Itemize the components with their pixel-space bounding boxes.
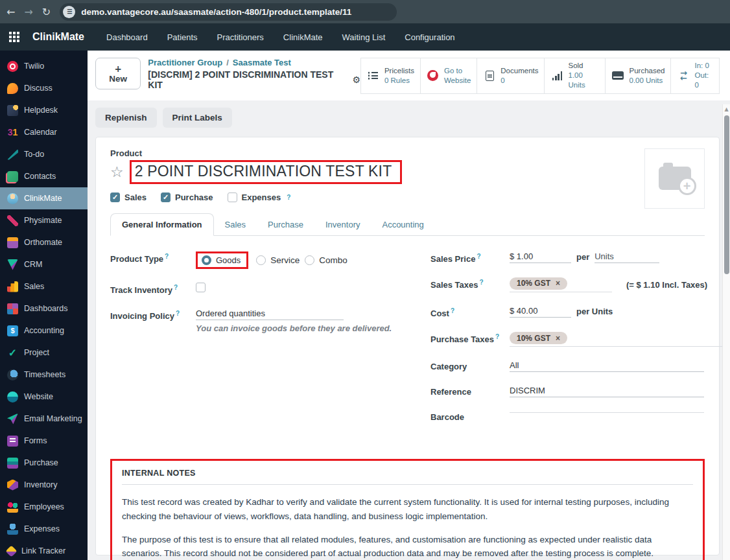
stat-button-pricelists[interactable]: Pricelists0 Rules (361, 58, 420, 93)
apps-grid-icon[interactable] (9, 32, 19, 42)
nav-item-clinikmate[interactable]: ClinikMate (277, 29, 329, 46)
sidebar-item-expenses[interactable]: Expenses (0, 518, 88, 540)
tab-accounting[interactable]: Accounting (371, 214, 434, 235)
invoicing-policy-select[interactable]: Ordered quantities (196, 309, 344, 320)
tab-inventory[interactable]: Inventory (314, 214, 371, 235)
breadcrumb-current[interactable]: Saasmate Test (233, 58, 291, 67)
product-image-placeholder[interactable]: + (644, 148, 705, 209)
cost-label: Cost? (430, 306, 510, 318)
nav-item-waiting-list[interactable]: Waiting List (336, 29, 392, 46)
tab-sales[interactable]: Sales (214, 214, 257, 235)
todo-icon (7, 149, 18, 160)
sidebar-item-orthomate[interactable]: Orthomate (0, 231, 88, 253)
combo-radio-option[interactable]: Combo (305, 255, 347, 265)
back-icon[interactable]: ← (6, 6, 15, 18)
stat-button-purchased[interactable]: Purchased0.00 Units (605, 58, 670, 93)
pricelist-icon (368, 71, 378, 80)
purchase-checkbox[interactable]: Purchase (161, 192, 213, 202)
sidebar-item-project[interactable]: Project (0, 342, 88, 364)
sidebar-item-calendar[interactable]: Calendar (0, 121, 88, 143)
per-units-label: per Units (576, 307, 613, 316)
forward-icon[interactable]: → (24, 6, 32, 18)
sidebar-item-employees[interactable]: Employees (0, 496, 88, 518)
sidebar-item-crm[interactable]: CRM (0, 253, 88, 275)
nav-item-patients[interactable]: Patients (161, 29, 204, 46)
print-labels-button[interactable]: Print Labels (163, 108, 232, 128)
vertical-scrollbar[interactable]: ▲ (722, 104, 730, 560)
reload-icon[interactable]: ↻ (42, 6, 51, 18)
sales-checkbox[interactable]: Sales (110, 192, 147, 202)
replenish-button[interactable]: Replenish (95, 108, 157, 128)
barcode-input[interactable] (510, 411, 704, 413)
sidebar-item-dashboards[interactable]: Dashboards (0, 298, 88, 320)
notes-divider (122, 484, 693, 485)
brand-title[interactable]: ClinikMate (32, 31, 84, 43)
sidebar-item-sales[interactable]: Sales (0, 275, 88, 298)
sidebar-item-label: Link Tracker (21, 546, 65, 555)
sidebar-item-physimate[interactable]: Physimate (0, 209, 88, 231)
tab-general-information[interactable]: General Information (110, 213, 214, 236)
help-icon: ? (477, 253, 480, 260)
remove-tag-icon[interactable]: × (556, 279, 560, 288)
sidebar-item-forms[interactable]: Forms (0, 430, 88, 452)
sidebar-item-link-tracker[interactable]: Link Tracker (0, 540, 88, 560)
sales-uom-select[interactable]: Units (595, 251, 659, 263)
combo-radio[interactable] (305, 255, 314, 265)
control-panel: + New Practitioner Group / Saasmate Test… (88, 51, 730, 100)
sidebar-item-email-marketing[interactable]: Email Marketing (0, 408, 88, 430)
sidebar-item-twilio[interactable]: Twilio (0, 55, 88, 77)
nav-item-dashboard[interactable]: Dashboard (100, 29, 154, 46)
goods-radio-label: Goods (216, 255, 241, 265)
service-radio[interactable] (256, 255, 266, 265)
dashboards-icon (7, 303, 18, 314)
cost-input[interactable]: $ 40.00 (510, 306, 571, 318)
internal-notes-paragraph[interactable]: This test record was created by Kadhar t… (122, 495, 693, 523)
new-button[interactable]: + New (95, 58, 141, 89)
nav-item-configuration[interactable]: Configuration (398, 29, 461, 46)
url-text[interactable]: demo.vantagecore.au/saasmate/action-480/… (81, 7, 351, 17)
service-radio-option[interactable]: Service (256, 255, 300, 265)
track-inventory-checkbox[interactable] (196, 283, 206, 292)
tab-purchase[interactable]: Purchase (257, 214, 314, 235)
sidebar-item-helpdesk[interactable]: Helpdesk (0, 99, 88, 121)
stat-button-in-out[interactable]: →← In: 0Out: 0 (670, 58, 719, 93)
purchase-tax-tag[interactable]: 10% GST× (510, 332, 567, 344)
sidebar-item-todo[interactable]: To-do (0, 143, 88, 165)
favorite-star-icon[interactable]: ☆ (110, 165, 124, 180)
purchase-checkbox-box[interactable] (161, 192, 171, 202)
sidebar-item-clinikmate[interactable]: ClinikMate (0, 187, 88, 209)
help-icon: ? (479, 279, 483, 286)
remove-tag-icon[interactable]: × (556, 334, 560, 343)
sidebar-item-purchase[interactable]: Purchase (0, 452, 88, 474)
sales-tax-tag[interactable]: 10% GST× (510, 277, 567, 290)
expenses-checkbox-box[interactable] (228, 192, 237, 202)
product-form-card: + Product ☆ 2 POINT DISCRIMINATION TEST … (95, 137, 720, 555)
sales-checkbox-box[interactable] (110, 192, 120, 202)
breadcrumb-parent[interactable]: Practitioner Group (148, 58, 222, 67)
discuss-icon (7, 83, 18, 94)
expenses-checkbox[interactable]: Expenses? (228, 192, 291, 202)
scrollbar-up-arrow[interactable]: ▲ (723, 104, 730, 112)
address-bar[interactable]: ☰ demo.vantagecore.au/saasmate/action-48… (60, 3, 397, 21)
sidebar-item-accounting[interactable]: Accounting (0, 320, 88, 342)
sidebar-item-inventory[interactable]: Inventory (0, 474, 88, 496)
record-title: [DISCRIM] 2 POINT DISCRIMINATION TEST KI… (148, 69, 347, 90)
nav-item-practitioners[interactable]: Practitioners (211, 29, 270, 46)
scrollbar-thumb[interactable] (724, 115, 729, 274)
sales-price-input[interactable]: $ 1.00 (510, 251, 571, 263)
site-info-icon[interactable]: ☰ (63, 6, 75, 18)
project-icon (7, 347, 18, 358)
sidebar-item-timesheets[interactable]: Timesheets (0, 364, 88, 386)
stat-button-documents[interactable]: Documents0 (477, 58, 544, 93)
goods-radio[interactable] (202, 255, 211, 265)
sidebar-item-contacts[interactable]: Contacts (0, 165, 88, 187)
stat-button-go-to-website[interactable]: Go toWebsite (420, 58, 477, 93)
sidebar-item-discuss[interactable]: Discuss (0, 77, 88, 99)
sidebar-item-website[interactable]: Website (0, 386, 88, 408)
gear-icon[interactable]: ⚙ (352, 75, 360, 85)
internal-notes-paragraph[interactable]: The purpose of this test is to ensure th… (122, 533, 693, 560)
stat-button-sold[interactable]: Sold1.00 Units (544, 58, 605, 93)
category-input[interactable]: All (510, 360, 704, 372)
reference-input[interactable]: DISCRIM (510, 386, 704, 397)
product-title-input[interactable]: 2 POINT DISCRIMINATION TEST KIT (135, 163, 394, 180)
